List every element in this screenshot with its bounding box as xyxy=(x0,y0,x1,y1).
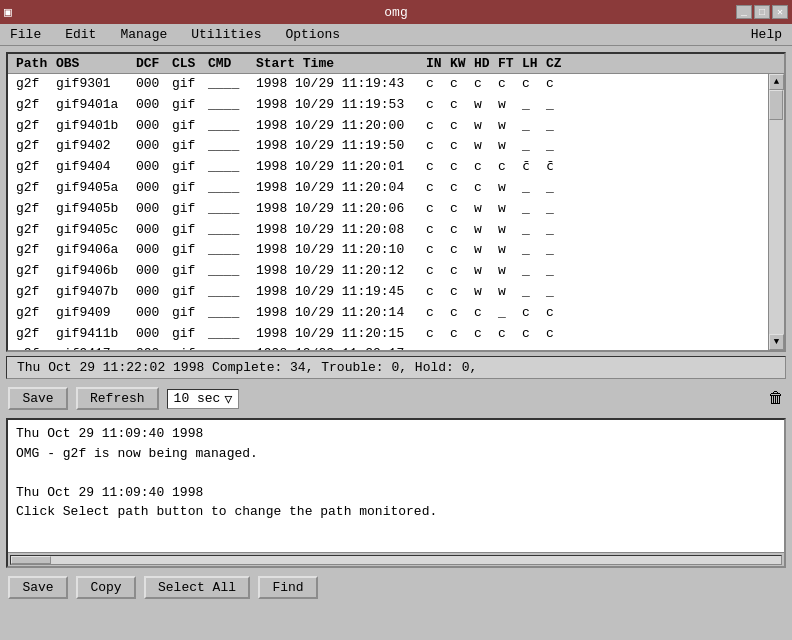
cell-dcf: 000 xyxy=(136,240,172,261)
cell-lh: c xyxy=(522,303,546,324)
table-row[interactable]: g2f gif9402 000 gif ____ 1998 10/29 11:1… xyxy=(8,136,768,157)
table-row[interactable]: g2f gif9407b 000 gif ____ 1998 10/29 11:… xyxy=(8,282,768,303)
cell-cz: c xyxy=(546,324,570,345)
cell-kw: c xyxy=(450,157,474,178)
table-row[interactable]: g2f gif9411b 000 gif ____ 1998 10/29 11:… xyxy=(8,324,768,345)
cell-path: g2f xyxy=(16,240,56,261)
menu-file[interactable]: File xyxy=(6,26,45,43)
minimize-button[interactable]: _ xyxy=(736,5,752,19)
cell-lh: _ xyxy=(522,116,546,137)
find-button[interactable]: Find xyxy=(258,576,318,599)
menu-utilities[interactable]: Utilities xyxy=(187,26,265,43)
cell-in: c xyxy=(426,220,450,241)
interval-arrow-icon[interactable]: ▽ xyxy=(224,391,232,407)
table-row[interactable]: g2f gif9405c 000 gif ____ 1998 10/29 11:… xyxy=(8,220,768,241)
cell-cls: gif xyxy=(172,240,208,261)
scroll-thumb[interactable] xyxy=(769,90,783,120)
cell-kw: c xyxy=(450,199,474,220)
table-row[interactable]: g2f gif9406b 000 gif ____ 1998 10/29 11:… xyxy=(8,261,768,282)
cell-ft: w xyxy=(498,344,522,350)
cell-start: 1998 10/29 11:20:04 xyxy=(256,178,426,199)
cell-dcf: 000 xyxy=(136,136,172,157)
cell-hd: w xyxy=(474,282,498,303)
cell-cls: gif xyxy=(172,178,208,199)
cell-obs: gif9402 xyxy=(56,136,136,157)
cell-ft: _ xyxy=(498,303,522,324)
cell-ft: w xyxy=(498,240,522,261)
cell-start: 1998 10/29 11:20:06 xyxy=(256,199,426,220)
app-title: omg xyxy=(384,5,407,20)
cell-cmd: ____ xyxy=(208,95,256,116)
cell-lh: c̄ xyxy=(522,157,546,178)
table-row[interactable]: g2f gif9301 000 gif ____ 1998 10/29 11:1… xyxy=(8,74,768,95)
cell-kw: c xyxy=(450,324,474,345)
copy-button[interactable]: Copy xyxy=(76,576,136,599)
log-scrollbar[interactable] xyxy=(8,552,784,566)
cell-ft: w xyxy=(498,261,522,282)
cell-hd: c xyxy=(474,324,498,345)
cell-cz: _ xyxy=(546,178,570,199)
log-section: Thu Oct 29 11:09:40 1998 OMG - g2f is no… xyxy=(6,418,786,568)
menu-help[interactable]: Help xyxy=(747,26,786,43)
cell-cz: c xyxy=(546,303,570,324)
cell-cmd: ____ xyxy=(208,178,256,199)
bottom-toolbar: Save Copy Select All Find xyxy=(6,572,786,603)
close-button[interactable]: ✕ xyxy=(772,5,788,19)
log-scroll-thumb[interactable] xyxy=(11,556,51,564)
cell-kw: c xyxy=(450,220,474,241)
table-body[interactable]: g2f gif9301 000 gif ____ 1998 10/29 11:1… xyxy=(8,74,768,350)
cell-cls: gif xyxy=(172,199,208,220)
cell-cmd: ____ xyxy=(208,199,256,220)
table-vscrollbar[interactable]: ▲ ▼ xyxy=(768,74,784,350)
table-row[interactable]: g2f gif9404 000 gif ____ 1998 10/29 11:2… xyxy=(8,157,768,178)
cell-start: 1998 10/29 11:20:14 xyxy=(256,303,426,324)
col-header-cmd: CMD xyxy=(208,56,256,71)
save-button[interactable]: Save xyxy=(8,387,68,410)
title-bar-menu-icon[interactable]: ▣ xyxy=(4,4,12,20)
table-row[interactable]: g2f gif9405b 000 gif ____ 1998 10/29 11:… xyxy=(8,199,768,220)
cell-path: g2f xyxy=(16,220,56,241)
cell-start: 1998 10/29 11:20:01 xyxy=(256,157,426,178)
scroll-down-button[interactable]: ▼ xyxy=(769,334,784,350)
cell-cz: _ xyxy=(546,344,570,350)
cell-obs: gif9411b xyxy=(56,324,136,345)
refresh-button[interactable]: Refresh xyxy=(76,387,159,410)
cell-obs: gif9405b xyxy=(56,199,136,220)
log-body[interactable]: Thu Oct 29 11:09:40 1998 OMG - g2f is no… xyxy=(8,420,784,552)
log-scroll-track[interactable] xyxy=(10,555,782,565)
cell-start: 1998 10/29 11:20:10 xyxy=(256,240,426,261)
cell-in: c xyxy=(426,261,450,282)
table-row[interactable]: g2f gif9405a 000 gif ____ 1998 10/29 11:… xyxy=(8,178,768,199)
table-row[interactable]: g2f gif9409 000 gif ____ 1998 10/29 11:2… xyxy=(8,303,768,324)
table-row[interactable]: g2f gif9401a 000 gif ____ 1998 10/29 11:… xyxy=(8,95,768,116)
menu-edit[interactable]: Edit xyxy=(61,26,100,43)
menu-manage[interactable]: Manage xyxy=(116,26,171,43)
cell-lh: _ xyxy=(522,136,546,157)
title-bar-controls: _ □ ✕ xyxy=(736,5,788,19)
bottom-save-button[interactable]: Save xyxy=(8,576,68,599)
cell-hd: w xyxy=(474,116,498,137)
delete-icon[interactable]: 🗑 xyxy=(768,389,784,408)
cell-obs: gif9405a xyxy=(56,178,136,199)
cell-cmd: ____ xyxy=(208,136,256,157)
toolbar: Save Refresh 10 sec ▽ 🗑 xyxy=(6,383,786,414)
cell-cls: gif xyxy=(172,74,208,95)
menu-options[interactable]: Options xyxy=(281,26,344,43)
refresh-interval-control[interactable]: 10 sec ▽ xyxy=(167,389,240,409)
cell-ft: w xyxy=(498,95,522,116)
scroll-track[interactable] xyxy=(769,90,784,334)
cell-dcf: 000 xyxy=(136,261,172,282)
table-row[interactable]: g2f gif9406a 000 gif ____ 1998 10/29 11:… xyxy=(8,240,768,261)
cell-path: g2f xyxy=(16,261,56,282)
cell-cmd: ____ xyxy=(208,344,256,350)
table-row[interactable]: g2f gif9417 000 gif ____ 1998 10/29 11:2… xyxy=(8,344,768,350)
cell-ft: w xyxy=(498,178,522,199)
scroll-up-button[interactable]: ▲ xyxy=(769,74,784,90)
table-row[interactable]: g2f gif9401b 000 gif ____ 1998 10/29 11:… xyxy=(8,116,768,137)
cell-start: 1998 10/29 11:19:45 xyxy=(256,282,426,303)
maximize-button[interactable]: □ xyxy=(754,5,770,19)
select-all-button[interactable]: Select All xyxy=(144,576,250,599)
cell-path: g2f xyxy=(16,136,56,157)
table-section: Path OBS DCF CLS CMD Start Time IN KW HD… xyxy=(6,52,786,352)
cell-dcf: 000 xyxy=(136,157,172,178)
